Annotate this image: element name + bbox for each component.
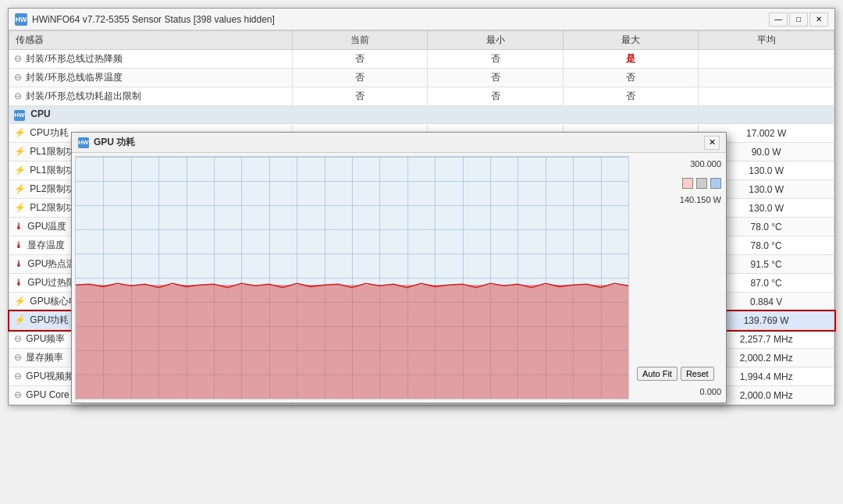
main-window: HW HWiNFO64 v7.72-5355 Sensor Status [39… bbox=[8, 8, 835, 406]
section-icon: HW bbox=[14, 110, 25, 121]
autofit-button[interactable]: Auto Fit bbox=[637, 367, 678, 381]
max-value: 否 bbox=[563, 87, 699, 106]
power-line bbox=[76, 283, 628, 287]
popup-titlebar: HW GPU 功耗 ✕ bbox=[72, 133, 726, 153]
close-button[interactable]: ✕ bbox=[809, 12, 828, 27]
chart-right-panel: 300.000 140.150 W Auto Fit Reset 0.000 bbox=[632, 153, 726, 403]
sensor-label: ⊖ 封装/环形总线功耗超出限制 bbox=[9, 87, 293, 106]
section-label: HW CPU bbox=[9, 106, 834, 124]
minus-icon: ⊖ bbox=[14, 333, 22, 344]
min-value: 否 bbox=[428, 69, 564, 87]
app-icon: HW bbox=[15, 13, 27, 26]
section-header-cpu: HW CPU bbox=[9, 106, 834, 124]
bolt-icon: ⚡ bbox=[14, 165, 26, 176]
bolt-icon: ⚡ bbox=[14, 314, 26, 325]
table-row: ⊖ 封装/环形总线功耗超出限制 否 否 否 bbox=[9, 87, 834, 106]
minus-icon: ⊖ bbox=[14, 53, 22, 64]
title-left: HW HWiNFO64 v7.72-5355 Sensor Status [39… bbox=[15, 13, 275, 26]
popup-close-button[interactable]: ✕ bbox=[704, 136, 720, 150]
current-value: 否 bbox=[292, 50, 428, 69]
popup-title: GPU 功耗 bbox=[94, 136, 135, 149]
sensor-label: ⊖ 封装/环形总线临界温度 bbox=[9, 69, 293, 87]
chart-area bbox=[75, 156, 629, 399]
maximize-button[interactable]: □ bbox=[789, 12, 808, 27]
bolt-icon: ⚡ bbox=[14, 296, 26, 307]
col-sensor: 传感器 bbox=[9, 31, 293, 50]
table-header-row: 传感器 当前 最小 最大 平均 bbox=[9, 31, 834, 50]
chart-mid-label: 140.150 W bbox=[637, 195, 721, 204]
red-value: 是 bbox=[626, 53, 635, 64]
min-value: 否 bbox=[428, 50, 564, 69]
thermo-icon: 🌡 bbox=[14, 258, 23, 269]
color-square-1 bbox=[682, 178, 693, 189]
reset-button[interactable]: Reset bbox=[681, 367, 714, 381]
avg-value bbox=[699, 69, 834, 87]
thermo-icon: 🌡 bbox=[14, 221, 23, 232]
min-value: 否 bbox=[428, 87, 564, 106]
popup-body: 300.000 140.150 W Auto Fit Reset 0.000 bbox=[72, 153, 726, 403]
current-value: 否 bbox=[292, 69, 428, 87]
max-value: 否 bbox=[563, 69, 699, 87]
minimize-button[interactable]: — bbox=[769, 12, 788, 27]
thermo-icon: 🌡 bbox=[14, 277, 23, 288]
bolt-icon: ⚡ bbox=[14, 127, 26, 138]
thermo-icon: 🌡 bbox=[14, 240, 23, 250]
title-bar: HW HWiNFO64 v7.72-5355 Sensor Status [39… bbox=[9, 9, 834, 30]
main-content: 传感器 当前 最小 最大 平均 ⊖ 封装/环形总线过热降频 否 否 是 bbox=[9, 30, 834, 405]
max-value: 是 bbox=[563, 50, 699, 69]
gpu-power-popup: HW GPU 功耗 ✕ bbox=[71, 132, 727, 403]
grid-line bbox=[76, 399, 628, 399]
col-current: 当前 bbox=[292, 31, 428, 50]
window-controls: — □ ✕ bbox=[769, 12, 828, 27]
minus-icon: ⊖ bbox=[14, 371, 22, 382]
avg-value bbox=[699, 50, 834, 69]
bolt-icon: ⚡ bbox=[14, 183, 26, 194]
avg-value bbox=[699, 87, 834, 106]
chart-buttons: Auto Fit Reset bbox=[637, 367, 721, 381]
window-title: HWiNFO64 v7.72-5355 Sensor Status [398 v… bbox=[32, 14, 275, 25]
minus-icon: ⊖ bbox=[14, 389, 22, 400]
chart-top-label: 300.000 bbox=[637, 159, 721, 169]
sensor-label: ⊖ 封装/环形总线过热降频 bbox=[9, 50, 293, 69]
minus-icon: ⊖ bbox=[14, 352, 22, 363]
color-square-2 bbox=[696, 178, 707, 189]
table-row: ⊖ 封装/环形总线过热降频 否 否 是 bbox=[9, 50, 834, 69]
col-max: 最大 bbox=[563, 31, 699, 50]
col-min: 最小 bbox=[428, 31, 564, 50]
bolt-icon: ⚡ bbox=[14, 146, 26, 157]
chart-bottom-label: 0.000 bbox=[637, 387, 721, 396]
color-legend bbox=[637, 178, 721, 189]
table-row: ⊖ 封装/环形总线临界温度 否 否 否 bbox=[9, 69, 834, 87]
bolt-icon: ⚡ bbox=[14, 202, 26, 213]
minus-icon: ⊖ bbox=[14, 91, 22, 101]
current-value: 否 bbox=[292, 87, 428, 106]
minus-icon: ⊖ bbox=[14, 72, 22, 83]
col-avg: 平均 bbox=[699, 31, 834, 50]
popup-title-left: HW GPU 功耗 bbox=[78, 136, 135, 149]
chart-svg bbox=[76, 157, 628, 399]
popup-app-icon: HW bbox=[78, 137, 89, 148]
color-square-3 bbox=[710, 178, 721, 189]
